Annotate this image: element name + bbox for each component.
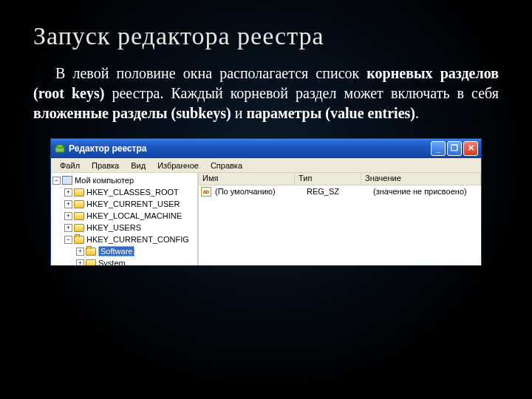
folder-icon [74, 212, 84, 220]
tree-item-software[interactable]: + Software [51, 245, 197, 257]
expander-icon[interactable]: + [64, 224, 72, 232]
titlebar[interactable]: Редактор реестра _ ❐ ✕ [51, 139, 481, 158]
expander-icon[interactable]: + [64, 200, 72, 208]
col-header-value[interactable]: Значение [361, 173, 481, 185]
body-bold-3: параметры (value entries) [246, 105, 415, 121]
col-header-type[interactable]: Тип [295, 173, 361, 185]
tree-item-hkcr[interactable]: + HKEY_CLASSES_ROOT [51, 186, 197, 198]
tree-item-hkcc[interactable]: − HKEY_CURRENT_CONFIG [51, 233, 197, 245]
window-controls: _ ❐ ✕ [431, 141, 478, 156]
menu-file[interactable]: Файл [54, 160, 86, 171]
menu-favorites[interactable]: Избранное [151, 160, 205, 171]
tree-view[interactable]: − Мой компьютер + HKEY_CLASSES_ROOT + HK… [51, 173, 199, 265]
list-row[interactable]: ab (По умолчанию) REG_SZ (значение не пр… [199, 185, 481, 197]
window-title: Редактор реестра [69, 143, 431, 154]
slide: Запуск редактора реестра В левой половин… [0, 0, 532, 399]
body-text-3: и [231, 105, 247, 121]
computer-icon [62, 176, 72, 185]
cell-name: (По умолчанию) [214, 187, 305, 196]
tree-label: System [98, 259, 126, 265]
regedit-window: Редактор реестра _ ❐ ✕ Файл Правка Вид И… [50, 138, 482, 266]
tree-root[interactable]: − Мой компьютер [51, 174, 197, 186]
tree-label: HKEY_CURRENT_USER [86, 200, 180, 208]
slide-body: В левой половине окна располагается спис… [33, 64, 499, 123]
app-icon [54, 143, 66, 154]
expander-icon[interactable]: − [64, 236, 72, 244]
tree-label: HKEY_LOCAL_MACHINE [86, 211, 182, 220]
folder-open-icon [86, 248, 96, 256]
list-view[interactable]: Имя Тип Значение ab (По умолчанию) REG_S… [199, 173, 481, 265]
minimize-button[interactable]: _ [431, 141, 446, 156]
folder-icon [86, 259, 96, 266]
string-value-icon: ab [201, 187, 211, 197]
tree-item-hku[interactable]: + HKEY_USERS [51, 222, 197, 233]
tree-label-selected: Software [98, 246, 134, 256]
tree-label-root: Мой компьютер [75, 176, 134, 185]
folder-icon [74, 224, 84, 232]
menubar: Файл Правка Вид Избранное Справка [51, 158, 481, 173]
expander-icon[interactable]: − [52, 177, 61, 185]
maximize-button[interactable]: ❐ [447, 141, 462, 156]
cell-type: REG_SZ [305, 187, 372, 196]
expander-icon[interactable]: + [64, 188, 72, 197]
svg-rect-1 [57, 145, 63, 148]
body-text-2: реестра. Каждый корневой раздел может вк… [104, 85, 499, 101]
body-bold-2: вложенные разделы (subkeys) [33, 105, 231, 121]
cell-value: (значение не присвоено) [372, 187, 481, 196]
menu-help[interactable]: Справка [205, 160, 248, 171]
menu-view[interactable]: Вид [125, 160, 151, 171]
tree-item-hkcu[interactable]: + HKEY_CURRENT_USER [51, 198, 197, 210]
content-pane: − Мой компьютер + HKEY_CLASSES_ROOT + HK… [51, 173, 481, 265]
list-header: Имя Тип Значение [199, 173, 481, 185]
expander-icon[interactable]: + [76, 259, 84, 266]
expander-icon[interactable]: + [76, 248, 84, 256]
body-text-4: . [415, 105, 419, 121]
folder-icon [74, 188, 84, 197]
tree-label: HKEY_CURRENT_CONFIG [86, 235, 189, 244]
body-text-1: В левой половине окна располагается спис… [55, 65, 366, 81]
folder-open-icon [74, 236, 84, 244]
tree-label: HKEY_CLASSES_ROOT [86, 188, 179, 197]
tree-item-system[interactable]: + System [51, 257, 197, 265]
tree-item-hklm[interactable]: + HKEY_LOCAL_MACHINE [51, 210, 197, 222]
close-button[interactable]: ✕ [463, 141, 478, 156]
slide-title: Запуск редактора реестра [33, 22, 499, 50]
folder-icon [74, 200, 84, 208]
expander-icon[interactable]: + [64, 212, 72, 220]
menu-edit[interactable]: Правка [86, 160, 125, 171]
col-header-name[interactable]: Имя [199, 173, 295, 185]
tree-label: HKEY_USERS [86, 223, 141, 232]
